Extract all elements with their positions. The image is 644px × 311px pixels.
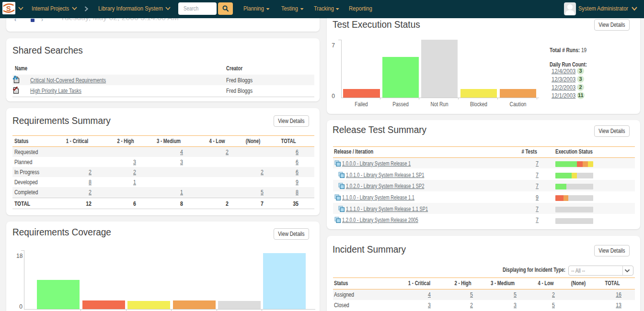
svg-text:S: S [6,4,11,12]
